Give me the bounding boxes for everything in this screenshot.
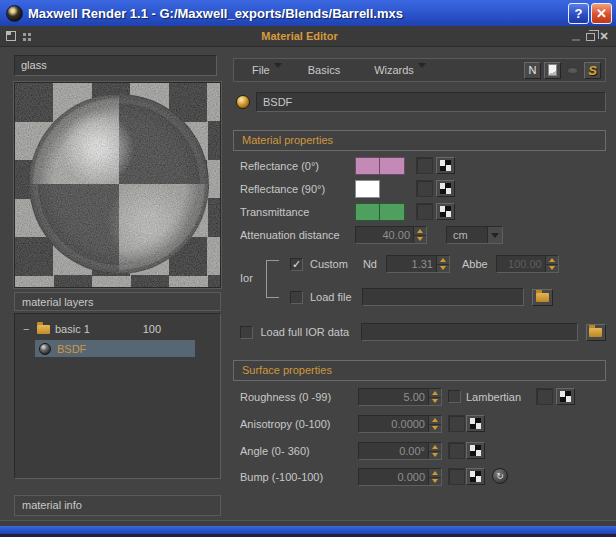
- spin-up-icon[interactable]: [437, 256, 449, 265]
- material-editor-content: glass material layers −: [0, 47, 616, 520]
- grid-icon: [23, 33, 26, 36]
- load-file-browse-button[interactable]: [532, 289, 553, 306]
- anisotropy-value[interactable]: 0.0000: [359, 416, 428, 432]
- bump-map-slot[interactable]: [448, 468, 465, 485]
- color-swatch[interactable]: [380, 203, 405, 221]
- roughness-value[interactable]: 5.00: [359, 389, 428, 405]
- material-name-field[interactable]: glass: [14, 55, 217, 76]
- checker-icon: [560, 391, 571, 402]
- reflectance0-swatch[interactable]: [355, 157, 405, 175]
- load-full-ior-checkbox[interactable]: [240, 326, 253, 339]
- reflectance0-texture-button[interactable]: [436, 157, 455, 174]
- bump-normalmap-button[interactable]: ↻: [492, 468, 508, 484]
- spin-up-icon[interactable]: [429, 469, 441, 478]
- material-layers-header: material layers: [14, 292, 221, 311]
- nd-label: Nd: [363, 258, 377, 270]
- color-swatch[interactable]: [355, 157, 380, 175]
- angle-value[interactable]: 0.00°: [359, 443, 428, 459]
- preview-glass-sphere: [29, 94, 209, 274]
- spin-up-icon[interactable]: [546, 256, 558, 265]
- attenuation-spinner[interactable]: 40.00: [355, 226, 427, 244]
- restore-icon[interactable]: [586, 33, 595, 41]
- layer-row-basic1[interactable]: − basic 1 100: [23, 321, 213, 337]
- notes-button[interactable]: [544, 62, 561, 79]
- bump-texture-button[interactable]: [466, 468, 485, 485]
- load-full-ior-path-field[interactable]: [361, 323, 578, 341]
- roughness-spinner[interactable]: 5.00: [358, 388, 442, 406]
- minimize-icon[interactable]: [572, 31, 580, 41]
- help-button[interactable]: ?: [568, 3, 589, 24]
- spin-buttons: [413, 227, 426, 243]
- window-titlebar[interactable]: Maxwell Render 1.1 - G:/Maxwell_exports/…: [0, 0, 616, 26]
- menu-file[interactable]: File: [244, 60, 278, 80]
- transmittance-swatch[interactable]: [355, 203, 405, 221]
- preview-disc-button[interactable]: [564, 62, 581, 79]
- nd-spinner[interactable]: 1.31: [386, 255, 450, 273]
- material-layers-tree[interactable]: − basic 1 100 BSDF: [14, 313, 221, 479]
- folder-icon: [589, 328, 602, 337]
- abbe-spinner[interactable]: 100.00: [496, 255, 559, 273]
- reflectance90-swatch[interactable]: [355, 180, 380, 198]
- dropdown-button[interactable]: [487, 227, 502, 243]
- load-file-checkbox[interactable]: [290, 291, 303, 304]
- anisotropy-label: Anisotropy (0-100): [240, 418, 331, 430]
- left-panel: glass material layers −: [8, 47, 225, 520]
- anisotropy-spinner[interactable]: 0.0000: [358, 415, 442, 433]
- nd-value[interactable]: 1.31: [387, 256, 436, 272]
- page-icon: [6, 31, 16, 41]
- bsdf-name-field[interactable]: BSDF: [256, 92, 606, 112]
- checker-icon: [440, 183, 451, 194]
- lambertian-label: Lambertian: [466, 391, 521, 403]
- color-swatch[interactable]: [380, 157, 405, 175]
- spin-up-icon[interactable]: [414, 227, 426, 236]
- color-swatch[interactable]: [355, 203, 380, 221]
- spin-down-icon[interactable]: [429, 398, 441, 406]
- menu-wizards[interactable]: Wizards: [366, 60, 422, 80]
- transmittance-texture-button[interactable]: [436, 203, 455, 220]
- attenuation-unit-dropdown[interactable]: cm: [446, 226, 503, 244]
- load-full-ior-label: Load full IOR data: [261, 326, 350, 338]
- reflectance90-texture-button[interactable]: [436, 180, 455, 197]
- close-editor-icon[interactable]: ✕: [598, 30, 610, 42]
- bsdf-name-row: BSDF: [236, 92, 606, 112]
- roughness-texture-button[interactable]: [556, 388, 575, 405]
- spin-down-icon[interactable]: [429, 425, 441, 433]
- reflectance90-map-slot[interactable]: [416, 180, 433, 197]
- load-file-path-field[interactable]: [362, 288, 524, 306]
- bump-value[interactable]: 0.000: [359, 469, 428, 485]
- roughness-map-slot[interactable]: [536, 388, 553, 405]
- custom-checkbox[interactable]: ✓: [290, 258, 303, 271]
- spin-down-icon[interactable]: [546, 265, 558, 273]
- close-window-button[interactable]: ✕: [591, 3, 612, 24]
- bsdf-layer-row-selected[interactable]: BSDF: [35, 340, 195, 357]
- anisotropy-map-slot[interactable]: [448, 415, 465, 432]
- reflectance90-label: Reflectance (90°): [240, 183, 325, 195]
- material-editor-titlebar[interactable]: Material Editor ✕: [0, 26, 616, 47]
- load-full-ior-browse-button[interactable]: [586, 324, 606, 341]
- menu-basics[interactable]: Basics: [300, 60, 348, 80]
- spin-down-icon[interactable]: [429, 478, 441, 486]
- normal-map-button[interactable]: N: [524, 62, 541, 79]
- reflectance0-map-slot[interactable]: [416, 157, 433, 174]
- checker-icon: [470, 445, 481, 456]
- angle-map-slot[interactable]: [448, 442, 465, 459]
- abbe-value: 100.00: [497, 256, 545, 272]
- bump-spinner[interactable]: 0.000: [358, 468, 442, 486]
- ior-loadfile-row: Load file: [290, 288, 606, 306]
- collapse-icon[interactable]: −: [23, 323, 33, 335]
- spin-up-icon[interactable]: [429, 416, 441, 425]
- angle-spinner[interactable]: 0.00°: [358, 442, 442, 460]
- spin-down-icon[interactable]: [414, 236, 426, 244]
- spin-up-icon[interactable]: [429, 389, 441, 398]
- ior-bracket: [266, 260, 279, 298]
- anisotropy-texture-button[interactable]: [466, 415, 485, 432]
- spin-down-icon[interactable]: [429, 452, 441, 460]
- sync-button[interactable]: S: [584, 62, 601, 79]
- transmittance-map-slot[interactable]: [416, 203, 433, 220]
- angle-texture-button[interactable]: [466, 442, 485, 459]
- lambertian-checkbox[interactable]: [448, 390, 461, 403]
- attenuation-value[interactable]: 40.00: [356, 227, 413, 243]
- color-swatch[interactable]: [355, 180, 380, 198]
- spin-down-icon[interactable]: [437, 265, 449, 273]
- spin-up-icon[interactable]: [429, 443, 441, 452]
